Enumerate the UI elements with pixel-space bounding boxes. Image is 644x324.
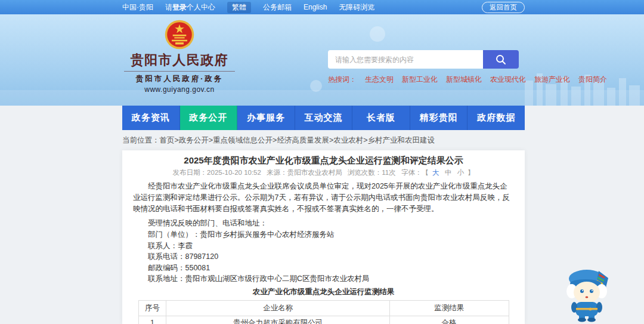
article-paragraph: 受理情况反映的部门、电话和地址： [133,218,514,229]
table-header-row: 序号 企业名称 监测结果 [138,300,509,316]
nav-item-hudong-jiaoliu[interactable]: 互动交流 [295,106,353,130]
contact-address-line: 联系地址：贵阳市观山湖区市级行政中心二期C区贵阳市农业农村局 [133,273,514,285]
login-prefix: 请 [165,3,172,11]
site-logo-block[interactable]: 贵阳市人民政府 贵阳市人民政府·政务 www.guiyang.gov.cn [124,19,235,94]
font-size-label: 字体：【 [401,169,429,176]
article-meta: 发布日期：2025-10-20 10:52 来源：贵阳市农业农村局 浏览次数：1… [133,168,514,177]
cell-number: 1 [138,316,166,324]
nav-item-zhangzheban[interactable]: 长者版 [352,106,410,130]
hot-search-label: 热搜词： [328,75,357,85]
top-utility-links: 中国·贵阳 请登录个人中心 繁體 公务邮箱 English 无障碍浏览 返回首页 [122,2,525,13]
breadcrumb-path[interactable]: 首页>政务公开>重点领域信息公开>经济高质量发展>农业农村>乡村产业和农田建设 [160,136,435,144]
hot-word-link[interactable]: 农业现代化 [490,75,526,85]
login-bold-text: 登录 [172,3,187,11]
font-size-large-button[interactable]: 大 [432,169,439,176]
site-header-banner: 贵阳市人民政府 贵阳市人民政府·政务 www.guiyang.gov.cn 热搜… [0,14,644,106]
article-card: 2025年度贵阳市农业产业化市级重点龙头企业运行监测和评定结果公示 发布日期：2… [122,150,525,324]
banner-bokeh-decoration [370,26,385,42]
link-accessibility[interactable]: 无障碍浏览 [339,2,374,13]
publish-date: 发布日期：2025-10-20 10:52 [173,169,261,176]
contact-postcode-line: 邮政编码：550081 [133,263,514,274]
search-button[interactable] [483,50,519,69]
hot-search-row: 热搜词： 生态文明 新型工业化 新型城镇化 农业现代化 旅游产业化 贵阳简介 [328,75,607,85]
cell-result: 合格 [389,316,509,324]
breadcrumb-label: 当前位置： [122,136,160,144]
cell-company: 贵州合力超市采购有限公司 [166,316,389,324]
table-caption: 农业产业化市级重点龙头企业运行监测结果 [133,287,514,297]
font-size-label-close: 】 [467,169,475,176]
contact-phone-line: 联系电话：87987120 [133,251,514,263]
table-row: 1 贵州合力超市采购有限公司 合格 [138,316,509,324]
contact-department-line: 部门（单位）：贵阳市乡村振兴服务中心农村经济服务站 [133,229,514,240]
article-source: 来源：贵阳市农业农村局 [267,169,342,176]
link-english[interactable]: English [304,3,327,11]
site-subtitle: 贵阳市人民政府·政务 [124,74,235,84]
link-login-personal-center[interactable]: 请登录个人中心 [165,2,215,13]
header-cell-result: 监测结果 [389,300,509,316]
nav-item-banshi-fuwu[interactable]: 办事服务 [237,106,295,130]
view-count: 浏览次数：11次 [348,169,396,176]
hot-word-link[interactable]: 旅游产业化 [534,75,570,85]
hot-word-link[interactable]: 生态文明 [365,75,394,85]
nav-item-zhengfu-shuju[interactable]: 政府数据 [467,106,525,130]
nav-item-zhengwu-gongkai[interactable]: 政务公开 [180,106,238,130]
hot-word-link[interactable]: 新型工业化 [402,75,438,85]
font-size-medium-button[interactable]: 中 [445,169,452,176]
return-home-button[interactable]: 返回首页 [482,2,525,13]
monitoring-result-table: 序号 企业名称 监测结果 1 贵州合力超市采购有限公司 合格 2 贵州友禾种业有… [138,300,509,324]
hot-word-link[interactable]: 新型城镇化 [446,75,482,85]
top-utility-bar: 中国·贵阳 请登录个人中心 繁體 公务邮箱 English 无障碍浏览 返回首页 [0,0,644,14]
article-title: 2025年度贵阳市农业产业化市级重点龙头企业运行监测和评定结果公示 [133,155,514,166]
header-cell-company: 企业名称 [166,300,389,316]
mascot-assistant[interactable] [564,266,612,322]
site-url: www.guiyang.gov.cn [124,85,235,94]
nav-item-zhengwu-zixun[interactable]: 政务资讯 [122,106,180,130]
national-emblem-icon [164,19,195,50]
site-name: 贵阳市人民政府 [124,51,235,72]
search-icon [495,54,507,66]
search-input[interactable] [328,50,483,69]
main-navigation: 政务资讯 政务公开 办事服务 互动交流 长者版 精彩贵阳 政府数据 [122,106,525,130]
link-official-mail[interactable]: 公务邮箱 [263,2,292,13]
hot-word-link[interactable]: 贵阳简介 [578,75,607,85]
link-china-guiyang[interactable]: 中国·贵阳 [122,2,153,13]
breadcrumb: 当前位置：首页>政务公开>重点领域信息公开>经济高质量发展>农业农村>乡村产业和… [122,135,435,146]
contact-person-line: 联系人：李霞 [133,240,514,252]
link-traditional-chinese[interactable]: 繁體 [227,2,251,13]
header-cell-number: 序号 [138,300,166,316]
login-suffix: 个人中心 [187,3,215,11]
site-search [328,50,519,69]
article-paragraph: 经贵阳市农业产业化市级重点龙头企业联席会议成员单位审定，现对2025年开展的农业… [133,181,514,215]
nav-item-jingcai-guiyang[interactable]: 精彩贵阳 [410,106,468,130]
font-size-small-button[interactable]: 小 [457,169,464,176]
